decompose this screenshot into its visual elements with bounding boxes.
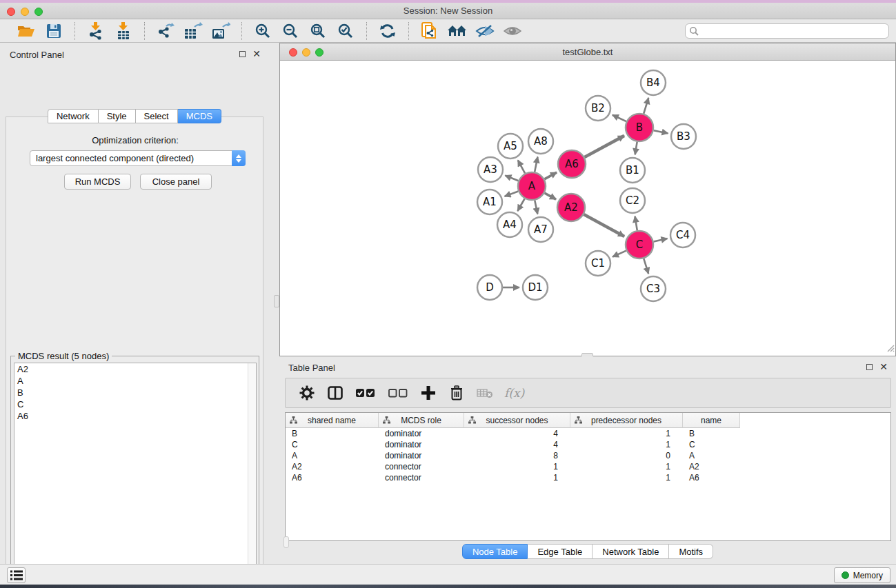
search-input[interactable] bbox=[685, 23, 889, 39]
tab-network-table[interactable]: Network Table bbox=[593, 544, 669, 559]
graph-node-C3[interactable]: C3 bbox=[641, 276, 666, 301]
column-header-shared-name[interactable]: shared name bbox=[286, 413, 379, 428]
graph-node-B2[interactable]: B2 bbox=[586, 96, 610, 121]
graph-edge-A-A7[interactable] bbox=[535, 201, 537, 214]
graph-node-A4[interactable]: A4 bbox=[497, 212, 522, 237]
graph-edge-A-A2[interactable] bbox=[544, 193, 556, 199]
refresh-layout-icon[interactable] bbox=[377, 21, 399, 41]
tab-edge-table[interactable]: Edge Table bbox=[528, 544, 593, 559]
graph-edge-A-A1[interactable] bbox=[505, 191, 519, 196]
show-all-icon[interactable] bbox=[501, 21, 524, 41]
export-network-icon[interactable] bbox=[155, 21, 177, 41]
graph-node-A8[interactable]: A8 bbox=[528, 129, 553, 154]
header-filler bbox=[740, 413, 890, 428]
add-row-plus-icon[interactable] bbox=[419, 384, 437, 402]
list-item[interactable]: A2 bbox=[14, 363, 256, 375]
close-panel-button[interactable]: Close panel bbox=[140, 174, 212, 190]
table-row[interactable]: Adominator80A bbox=[286, 450, 890, 461]
graph-node-D1[interactable]: D1 bbox=[523, 275, 548, 300]
resize-grip[interactable] bbox=[885, 343, 895, 355]
graph-edge-A-A8[interactable] bbox=[535, 157, 537, 172]
graph-node-C[interactable]: C bbox=[626, 231, 653, 258]
graph-edge-C-C2[interactable] bbox=[635, 216, 637, 231]
graph-node-A[interactable]: A bbox=[518, 172, 546, 200]
graph-node-B3[interactable]: B3 bbox=[671, 124, 696, 149]
graph-node-C4[interactable]: C4 bbox=[670, 223, 695, 247]
graph-node-A3[interactable]: A3 bbox=[478, 157, 503, 182]
graph-edge-A-A6[interactable] bbox=[544, 172, 557, 179]
column-header-name[interactable]: name bbox=[683, 413, 740, 428]
task-history-button[interactable] bbox=[7, 567, 26, 583]
graph-edge-A2-C[interactable] bbox=[584, 214, 624, 236]
delete-rows-trash-icon[interactable] bbox=[448, 384, 466, 402]
list-item[interactable]: B bbox=[14, 387, 256, 398]
graph-edge-B-B1[interactable] bbox=[635, 142, 637, 155]
graph-node-A5[interactable]: A5 bbox=[498, 134, 523, 159]
tab-network[interactable]: Network bbox=[48, 109, 99, 123]
splitter-handle-vertical[interactable] bbox=[274, 295, 279, 307]
float-table-panel-icon[interactable] bbox=[866, 364, 873, 370]
column-header-predecessor-nodes[interactable]: predecessor nodes bbox=[570, 413, 683, 428]
import-table-icon[interactable] bbox=[112, 21, 135, 41]
column-header-mcds-role[interactable]: MCDS role bbox=[379, 413, 464, 428]
import-network-icon[interactable] bbox=[85, 21, 107, 41]
export-image-icon[interactable] bbox=[210, 21, 232, 41]
select-all-checkboxes-icon[interactable] bbox=[355, 384, 377, 402]
graph-node-A2[interactable]: A2 bbox=[557, 194, 585, 221]
open-file-icon[interactable] bbox=[15, 21, 37, 41]
list-item[interactable]: C bbox=[14, 398, 256, 410]
show-columns-icon[interactable] bbox=[326, 384, 344, 402]
run-mcds-button[interactable]: Run MCDS bbox=[64, 174, 131, 190]
list-scrollbar[interactable] bbox=[248, 363, 256, 588]
tab-mcds[interactable]: MCDS bbox=[178, 109, 221, 123]
graph-edge-B-B2[interactable] bbox=[613, 115, 626, 121]
graph-edge-B-B4[interactable] bbox=[644, 98, 648, 114]
graph-node-A1[interactable]: A1 bbox=[477, 190, 502, 214]
graph-edge-C-C1[interactable] bbox=[613, 251, 626, 257]
graph-edge-B-B3[interactable] bbox=[654, 130, 668, 133]
graph-node-B4[interactable]: B4 bbox=[641, 70, 666, 95]
graph-node-B1[interactable]: B1 bbox=[620, 158, 645, 183]
optimization-criterion-dropdown[interactable]: largest connected component (directed) bbox=[30, 150, 246, 166]
graph-node-A6[interactable]: A6 bbox=[558, 150, 586, 178]
graph-node-C1[interactable]: C1 bbox=[586, 251, 610, 276]
table-row[interactable]: Cdominator41C bbox=[286, 439, 890, 450]
tab-node-table[interactable]: Node Table bbox=[462, 544, 528, 559]
memory-button[interactable]: Memory bbox=[834, 567, 890, 583]
graph-edge-C-C3[interactable] bbox=[644, 258, 648, 274]
new-network-from-selection-icon[interactable] bbox=[419, 21, 441, 41]
graph-node-D[interactable]: D bbox=[477, 275, 502, 300]
graph-node-A7[interactable]: A7 bbox=[528, 217, 553, 242]
close-table-panel-icon[interactable]: ✕ bbox=[879, 363, 888, 370]
list-item[interactable]: A bbox=[14, 375, 256, 387]
graph-edge-C-C4[interactable] bbox=[653, 239, 667, 241]
tab-style[interactable]: Style bbox=[99, 109, 136, 123]
table-row[interactable]: Bdominator41B bbox=[286, 428, 890, 439]
zoom-out-icon[interactable] bbox=[279, 21, 301, 41]
column-header-successor-nodes[interactable]: successor nodes bbox=[464, 413, 570, 428]
graph-edge-A6-B[interactable] bbox=[584, 136, 624, 157]
graph-edge-A-A4[interactable] bbox=[517, 199, 524, 211]
graph-node-B[interactable]: B bbox=[626, 114, 653, 141]
export-table-icon[interactable] bbox=[182, 21, 204, 41]
graph-node-C2[interactable]: C2 bbox=[620, 188, 645, 213]
table-settings-gear-icon[interactable] bbox=[298, 384, 316, 402]
tab-select[interactable]: Select bbox=[136, 109, 178, 123]
hide-selected-icon[interactable] bbox=[474, 21, 496, 41]
network-canvas[interactable]: AA1A2A3A4A5A6A7A8BB1B2B3B4CC1C2C3C4DD1 bbox=[280, 61, 895, 353]
table-row[interactable]: A2connector11A2 bbox=[286, 461, 890, 472]
zoom-in-icon[interactable] bbox=[252, 21, 274, 41]
table-scrollbar-stub[interactable] bbox=[283, 536, 289, 548]
save-session-icon[interactable] bbox=[43, 21, 65, 41]
graph-edge-A-A5[interactable] bbox=[518, 160, 525, 173]
deselect-all-checkboxes-icon[interactable] bbox=[387, 384, 409, 402]
float-panel-icon[interactable] bbox=[239, 51, 246, 57]
zoom-fit-icon[interactable] bbox=[307, 21, 329, 41]
list-item[interactable]: A6 bbox=[14, 410, 256, 422]
table-row[interactable]: A6connector11A6 bbox=[286, 472, 890, 483]
zoom-selected-icon[interactable] bbox=[335, 21, 357, 41]
first-neighbors-icon[interactable] bbox=[446, 21, 468, 41]
graph-edge-A-A3[interactable] bbox=[505, 176, 518, 181]
close-panel-icon[interactable]: ✕ bbox=[252, 50, 261, 57]
tab-motifs[interactable]: Motifs bbox=[669, 544, 713, 559]
